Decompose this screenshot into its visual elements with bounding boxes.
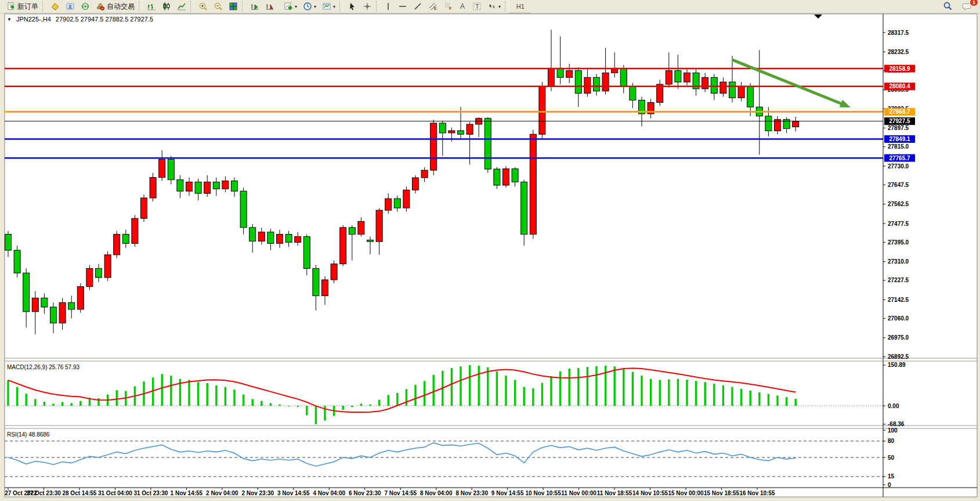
search-icon — [942, 1, 953, 12]
arrows-button[interactable]: ▾ — [484, 0, 504, 13]
templates-button[interactable]: ▾ — [319, 0, 338, 13]
tile-windows-icon — [229, 2, 238, 11]
candlestick-chart-button[interactable] — [159, 0, 174, 13]
candle — [331, 264, 337, 280]
candle — [249, 228, 256, 242]
price-label-text: 28080.4 — [889, 83, 910, 89]
price-tick-label: 28317.5 — [888, 30, 909, 36]
line-chart-button[interactable] — [174, 0, 189, 13]
candle — [620, 69, 627, 86]
candle — [295, 237, 301, 243]
candle — [96, 268, 102, 277]
time-tick-label: 31 Oct 23:30 — [133, 490, 168, 496]
candle — [285, 235, 292, 243]
new-chart-button[interactable]: ▾ — [281, 0, 300, 13]
price-label-text: 28158.9 — [889, 66, 910, 72]
vertical-line-icon — [384, 2, 392, 11]
cursor-icon — [348, 2, 357, 11]
candle — [548, 69, 555, 86]
new-order-button[interactable]: 新订单 — [3, 0, 41, 13]
candle — [349, 228, 355, 235]
cursor-button[interactable] — [345, 0, 360, 13]
text-button[interactable]: A — [455, 0, 469, 13]
candle — [132, 218, 138, 243]
candle — [177, 180, 183, 192]
candle — [122, 235, 129, 244]
candle — [602, 73, 609, 91]
svg-text:E: E — [434, 6, 437, 10]
candle — [484, 118, 491, 169]
zoom-out-icon — [214, 2, 223, 11]
candle — [720, 82, 726, 93]
chart-title-ohlc: 27902.5 27947.5 27882.5 27927.5 — [56, 16, 153, 23]
notifications-button[interactable]: 1 — [959, 0, 975, 13]
candle — [765, 116, 772, 131]
candle — [594, 77, 600, 91]
candle — [729, 82, 736, 98]
autotrading-button[interactable]: 自动交易 — [93, 0, 138, 13]
candle — [512, 169, 518, 182]
price-tick-label: 26892.5 — [888, 354, 909, 360]
toolbar-grip — [242, 1, 246, 12]
svg-text:A: A — [460, 2, 465, 10]
bar-chart-button[interactable] — [144, 0, 159, 13]
time-tick-label: 6 Nov 23:30 — [349, 490, 381, 496]
cascade-windows-button[interactable] — [262, 0, 277, 13]
toolbar-grip — [190, 1, 194, 12]
price-tick-label: 27142.5 — [888, 297, 909, 303]
candle — [186, 182, 193, 192]
price-tick-label: 27477.5 — [888, 221, 909, 227]
toolbar-grip — [42, 1, 46, 12]
candle — [711, 77, 717, 93]
candle — [59, 302, 66, 323]
signals-button[interactable] — [78, 0, 93, 13]
quotes-button[interactable] — [48, 0, 63, 13]
chevron-down-icon: ▾ — [295, 4, 297, 9]
toolbar-grip — [376, 1, 380, 12]
candle — [258, 232, 265, 242]
candle — [630, 86, 636, 100]
time-tick-label: 2 Nov 04:00 — [206, 490, 238, 496]
candle — [385, 199, 392, 210]
chart-canvas[interactable]: 28317.528232.528150.028065.027982.527897… — [0, 13, 980, 501]
zoom-out-button[interactable] — [211, 0, 226, 13]
time-tick-label: 11 Nov 18:55 — [597, 490, 632, 496]
time-tick-label: 16 Nov 10:55 — [739, 490, 775, 496]
text-label-button[interactable]: T — [469, 0, 484, 13]
chart-menu-dropdown-icon[interactable]: ▼ — [7, 17, 12, 22]
horizontal-line-button[interactable] — [395, 0, 410, 13]
fibonacci-button[interactable]: F — [440, 0, 455, 13]
profile-button[interactable] — [63, 0, 78, 13]
vertical-line-button[interactable] — [381, 0, 395, 13]
chevron-down-icon: ▾ — [314, 4, 316, 9]
candle — [77, 287, 84, 309]
time-tick-label: 9 Nov 14:55 — [491, 490, 524, 496]
time-tick-label: 15 Nov 00:00 — [668, 490, 704, 496]
price-label-text: 27927.5 — [889, 118, 910, 124]
candle — [303, 237, 310, 269]
trendline-icon — [413, 2, 422, 11]
text-icon: A — [458, 2, 467, 11]
candle — [503, 169, 509, 185]
search-button[interactable] — [939, 0, 956, 13]
macd-tick-label: 150.89 — [888, 362, 906, 368]
profile-icon — [66, 2, 75, 11]
chevron-down-icon: ▾ — [333, 4, 335, 9]
zoom-in-button[interactable] — [196, 0, 211, 13]
crosshair-button[interactable] — [360, 0, 375, 13]
equidistant-channel-button[interactable]: E — [425, 0, 440, 13]
arrange-windows-button[interactable] — [247, 0, 262, 13]
toolbar-grip — [339, 1, 343, 12]
price-label-text: 27968.7 — [889, 109, 910, 115]
candle — [458, 131, 464, 134]
tile-windows-button[interactable] — [226, 0, 241, 13]
candle — [521, 182, 527, 235]
autotrading-icon — [96, 2, 105, 11]
periods-button[interactable]: ▾ — [300, 0, 319, 13]
trendline-button[interactable] — [410, 0, 425, 13]
price-tick-label: 27310.0 — [888, 258, 909, 265]
time-tick-label: 11 Nov 00:00 — [561, 490, 596, 496]
candle — [159, 159, 165, 177]
candle — [222, 181, 229, 189]
tf-button-h1[interactable]: H1 — [510, 0, 530, 13]
